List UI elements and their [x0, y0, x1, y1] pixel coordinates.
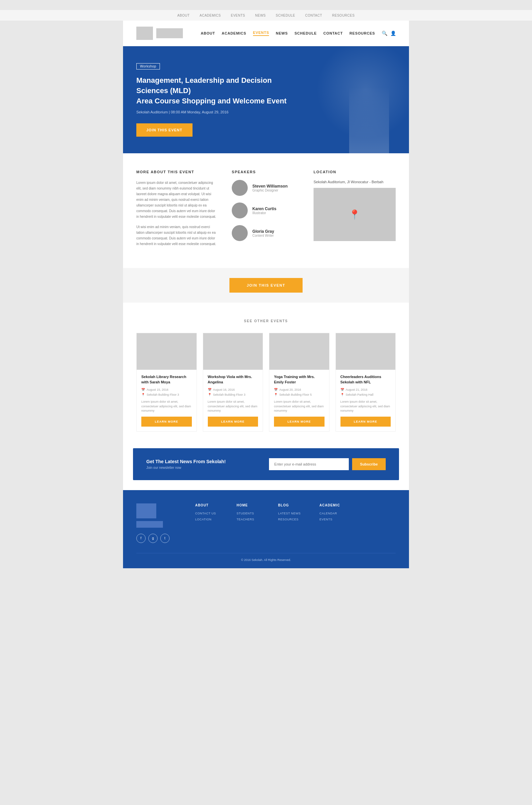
newsletter-section: Get The Latest News From Sekolah! Join o… — [133, 448, 399, 480]
event-card-title-1: Sekolah Library Research with Sarah Moya — [141, 375, 192, 385]
location-icon: 📍 — [341, 393, 344, 396]
learn-more-button-4[interactable]: LEARN MORE — [341, 417, 391, 427]
footer-link-latest-news[interactable]: LATEST NEWS — [278, 512, 313, 515]
footer-col-about-title: ABOUT — [195, 503, 230, 507]
logo-text — [156, 28, 183, 38]
event-details-section: MORE ABOUT THIS EVENT Lorem ipsum dolor … — [123, 153, 409, 268]
newsletter-text: Get The Latest News From Sekolah! Join o… — [146, 459, 226, 469]
join-event-button-center[interactable]: JOIN THIS EVENT — [229, 278, 303, 293]
location-section: LOCATION Sekolah Auditorium, Jl Wonocatu… — [314, 170, 396, 251]
event-card-title-2: Workshop Viola with Mrs. Angelina — [208, 375, 258, 385]
speaker-item: Gloria Gray Content Writer — [232, 225, 300, 241]
nav-news[interactable]: NEWS — [276, 31, 288, 35]
event-card-4: Cheerleaders Auditions Sekolah with NFL … — [336, 333, 396, 431]
subscribe-button[interactable]: Subscribe — [352, 458, 386, 470]
events-grid: Sekolah Library Research with Sarah Moya… — [136, 333, 396, 431]
event-card-location-2: 📍 Sekolah Building Floor 3 — [208, 393, 258, 396]
newsletter-subtitle: Join our newsletter now — [146, 466, 226, 469]
footer-link-teachers[interactable]: TEACHERS — [237, 518, 272, 521]
calendar-icon: 📅 — [208, 388, 211, 391]
speaker-name-2: Karen Curtis — [252, 207, 276, 211]
topbar-resources[interactable]: RESOURCES — [332, 14, 355, 17]
about-label: MORE ABOUT THIS EVENT — [136, 170, 218, 174]
location-icon: 📍 — [208, 393, 211, 396]
site-footer: f g t ABOUT CONTACT US LOCATION HOME STU… — [123, 490, 409, 568]
nav-contact[interactable]: CONTACT — [324, 31, 343, 35]
event-card-date-2: 📅 August 16, 2016 — [208, 388, 258, 391]
other-events-section: SEE OTHER EVENTS Sekolah Library Researc… — [123, 303, 409, 448]
topbar-about[interactable]: ABOUT — [177, 14, 190, 17]
speaker-item: Karen Curtis Illustrator — [232, 203, 300, 218]
logo-image — [136, 26, 153, 40]
calendar-icon: 📅 — [141, 388, 145, 391]
topbar-schedule[interactable]: SCHEDULE — [276, 14, 295, 17]
event-card-image-1 — [137, 333, 196, 370]
nav-events[interactable]: EVENTS — [253, 31, 269, 36]
calendar-icon: 📅 — [274, 388, 278, 391]
newsletter-form: Subscribe — [232, 458, 386, 470]
join-cta-strip: JOIN THIS EVENT — [123, 268, 409, 303]
footer-copyright: © 2016 Sekolah. All Rights Reserved. — [136, 553, 396, 562]
footer-col-academic: ACADEMIC CALENDAR EVENTS — [320, 503, 355, 543]
speakers-section: SPEAKERS Steven Williamson Graphic Desig… — [232, 170, 300, 251]
learn-more-button-1[interactable]: LEARN MORE — [141, 417, 192, 427]
speaker-name-1: Steven Williamson — [252, 184, 288, 189]
footer-link-contact-us[interactable]: CONTACT US — [195, 512, 230, 515]
about-section: MORE ABOUT THIS EVENT Lorem ipsum dolor … — [136, 170, 218, 251]
twitter-icon[interactable]: t — [160, 534, 170, 543]
speaker-info-2: Karen Curtis Illustrator — [252, 207, 276, 215]
location-icon: 📍 — [274, 393, 278, 396]
newsletter-title: Get The Latest News From Sekolah! — [146, 459, 226, 464]
calendar-icon: 📅 — [341, 388, 344, 391]
topbar-contact[interactable]: CONTACT — [305, 14, 322, 17]
event-card-desc-4: Lorem ipsum dolor sit amet, consectetuer… — [341, 400, 391, 413]
footer-col-academic-title: ACADEMIC — [320, 503, 355, 507]
footer-col-blog-title: BLOG — [278, 503, 313, 507]
event-card-desc-3: Lorem ipsum dolor sit amet, consectetuer… — [274, 400, 324, 413]
other-events-label: SEE OTHER EVENTS — [136, 319, 396, 323]
speakers-label: SPEAKERS — [232, 170, 300, 174]
speaker-role-3: Content Writer — [252, 234, 274, 237]
join-event-button-hero[interactable]: JOIN THIS EVENT — [136, 123, 192, 137]
speaker-info-3: Gloria Gray Content Writer — [252, 229, 274, 237]
logo-area — [136, 26, 183, 40]
event-card-title-3: Yoga Training with Mrs. Emily Foster — [274, 375, 324, 385]
footer-link-location[interactable]: LOCATION — [195, 518, 230, 521]
site-header: ABOUT ACADEMICS EVENTS NEWS SCHEDULE CON… — [123, 21, 409, 46]
topbar-events[interactable]: EVENTS — [231, 14, 245, 17]
speaker-info-1: Steven Williamson Graphic Designer — [252, 184, 288, 192]
footer-col-home: HOME STUDENTS TEACHERS — [237, 503, 272, 543]
topbar-academics[interactable]: ACADEMICS — [200, 14, 221, 17]
footer-link-resources[interactable]: RESOURCES — [278, 518, 313, 521]
topbar-news[interactable]: NEWS — [255, 14, 266, 17]
footer-col-about: ABOUT CONTACT US LOCATION — [195, 503, 230, 543]
user-icon[interactable]: 👤 — [391, 31, 396, 36]
event-card-date-1: 📅 August 15, 2016 — [141, 388, 192, 391]
newsletter-email-input[interactable] — [269, 458, 349, 470]
facebook-icon[interactable]: f — [136, 534, 146, 543]
footer-logo-image — [136, 503, 156, 518]
location-address: Sekolah Auditorium, Jl Wonocatur - Berba… — [314, 180, 396, 184]
search-icon[interactable]: 🔍 — [382, 31, 387, 36]
event-card-location-3: 📍 Sekolah Building Floor 5 — [274, 393, 324, 396]
event-card-2: Workshop Viola with Mrs. Angelina 📅 Augu… — [203, 333, 263, 431]
footer-link-calendar[interactable]: CALENDAR — [320, 512, 355, 515]
event-badge: Workshop — [136, 63, 160, 70]
nav-resources[interactable]: RESOURCES — [349, 31, 375, 35]
event-card-3: Yoga Training with Mrs. Emily Foster 📅 A… — [269, 333, 329, 431]
footer-link-events[interactable]: EVENTS — [320, 518, 355, 521]
event-card-date-4: 📅 August 21, 2016 — [341, 388, 391, 391]
learn-more-button-3[interactable]: LEARN MORE — [274, 417, 324, 427]
hero-section: Workshop Management, Leadership and Deci… — [123, 46, 409, 153]
nav-about[interactable]: ABOUT — [201, 31, 215, 35]
event-card-location-4: 📍 Sekolah Parking Hall — [341, 393, 391, 396]
nav-schedule[interactable]: SCHEDULE — [294, 31, 317, 35]
googleplus-icon[interactable]: g — [148, 534, 158, 543]
footer-col-blog: BLOG LATEST NEWS RESOURCES — [278, 503, 313, 543]
location-icon: 📍 — [141, 393, 145, 396]
nav-academics[interactable]: ACADEMICS — [222, 31, 246, 35]
learn-more-button-2[interactable]: LEARN MORE — [208, 417, 258, 427]
footer-link-students[interactable]: STUDENTS — [237, 512, 272, 515]
event-card-image-2 — [203, 333, 263, 370]
about-para-1: Lorem ipsum dolor sit amet, consectetuer… — [136, 180, 218, 219]
